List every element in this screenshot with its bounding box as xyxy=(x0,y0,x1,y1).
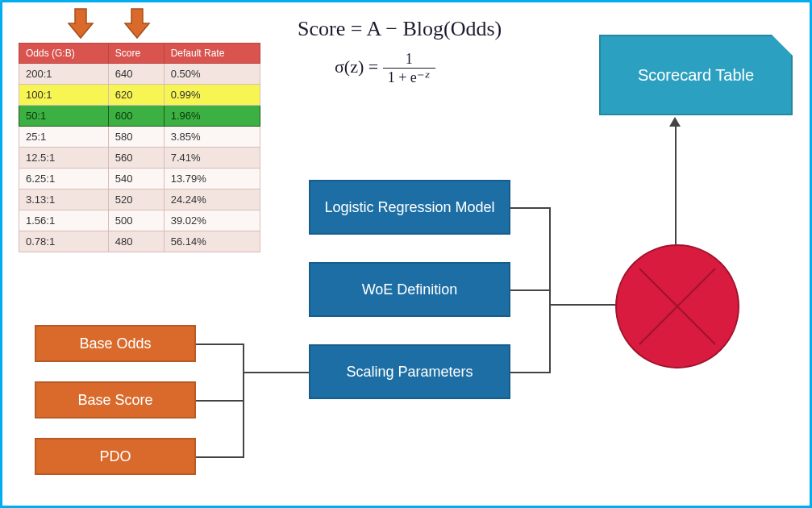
table-cell: 3.85% xyxy=(164,127,260,148)
table-cell: 620 xyxy=(108,85,164,106)
logistic-regression-box: Logistic Regression Model xyxy=(309,180,510,235)
box-label: Base Score xyxy=(77,392,152,409)
table-cell: 200:1 xyxy=(19,64,109,85)
table-cell: 580 xyxy=(108,127,164,148)
table-header: Score xyxy=(108,44,164,64)
table-cell: 100:1 xyxy=(19,85,109,106)
fraction-denominator: 1 + e⁻ᶻ xyxy=(383,69,435,86)
table-cell: 7.41% xyxy=(164,148,260,169)
table-row: 12.5:15607.41% xyxy=(19,148,260,169)
table-row: 1.56:150039.02% xyxy=(19,210,260,231)
formula-score: Score = A − Blog(Odds) xyxy=(298,17,502,41)
diagram-stage: Score = A − Blog(Odds) σ(z) = 1 1 + e⁻ᶻ … xyxy=(0,0,812,508)
box-label: PDO xyxy=(99,448,131,465)
table-cell: 0.50% xyxy=(164,64,260,85)
table-cell: 0.99% xyxy=(164,85,260,106)
pdo-box: PDO xyxy=(35,438,196,475)
connector xyxy=(243,344,244,458)
base-score-box: Base Score xyxy=(35,381,196,418)
connector xyxy=(510,372,551,373)
connector xyxy=(196,344,244,345)
formula-sigmoid: σ(z) = 1 1 + e⁻ᶻ xyxy=(335,51,435,86)
table-cell: 640 xyxy=(108,64,164,85)
woe-definition-box: WoE Definition xyxy=(309,262,510,317)
scorecard-table-box: Scorecard Table xyxy=(599,35,793,115)
table-cell: 520 xyxy=(108,189,164,210)
table-header: Default Rate xyxy=(164,44,260,64)
scaling-parameters-box: Scaling Parameters xyxy=(309,344,510,399)
connector xyxy=(510,289,551,291)
table-cell: 540 xyxy=(108,169,164,189)
table-cell: 24.24% xyxy=(164,189,260,210)
fraction: 1 1 + e⁻ᶻ xyxy=(383,51,435,86)
table-row: 50:16001.96% xyxy=(19,106,260,127)
fraction-numerator: 1 xyxy=(383,51,435,69)
connector xyxy=(675,125,677,244)
base-odds-box: Base Odds xyxy=(35,325,196,362)
formula-sigmoid-lhs: σ(z) = xyxy=(335,56,383,77)
connector xyxy=(549,304,615,306)
combine-node-icon xyxy=(615,244,739,369)
table-cell: 6.25:1 xyxy=(19,169,109,189)
arrowhead-up-icon xyxy=(669,117,681,127)
table-cell: 600 xyxy=(108,106,164,127)
table-row: 100:16200.99% xyxy=(19,85,260,106)
table-row: 3.13:152024.24% xyxy=(19,189,260,210)
table-row: 200:16400.50% xyxy=(19,64,260,85)
table-row: 0.78:148056.14% xyxy=(19,231,260,252)
table-header-row: Odds (G:B) Score Default Rate xyxy=(19,44,260,64)
table-cell: 0.78:1 xyxy=(19,231,109,252)
table-cell: 13.79% xyxy=(164,169,260,189)
table-row: 6.25:154013.79% xyxy=(19,169,260,189)
table-cell: 39.02% xyxy=(164,210,260,231)
connector xyxy=(549,207,551,373)
table-cell: 12.5:1 xyxy=(19,148,109,169)
table-cell: 50:1 xyxy=(19,106,109,127)
table-header: Odds (G:B) xyxy=(19,44,109,64)
box-label: Scorecard Table xyxy=(638,66,754,85)
table-cell: 480 xyxy=(108,231,164,252)
table-cell: 1.56:1 xyxy=(19,210,109,231)
connector xyxy=(196,400,244,402)
odds-score-table: Odds (G:B) Score Default Rate 200:16400.… xyxy=(19,43,260,252)
table-cell: 560 xyxy=(108,148,164,169)
box-label: WoE Definition xyxy=(362,281,458,298)
connector xyxy=(510,207,551,209)
connector xyxy=(196,456,244,458)
box-label: Base Odds xyxy=(79,335,151,352)
table-cell: 1.96% xyxy=(164,106,260,127)
box-label: Logistic Regression Model xyxy=(324,199,494,216)
box-label: Scaling Parameters xyxy=(346,364,473,381)
table-cell: 3.13:1 xyxy=(19,189,109,210)
table-cell: 500 xyxy=(108,210,164,231)
table-row: 25:15803.85% xyxy=(19,127,260,148)
connector xyxy=(243,372,309,373)
table-cell: 56.14% xyxy=(164,231,260,252)
table-cell: 25:1 xyxy=(19,127,109,148)
down-arrow-icon xyxy=(123,7,151,40)
down-arrow-icon xyxy=(67,7,94,40)
